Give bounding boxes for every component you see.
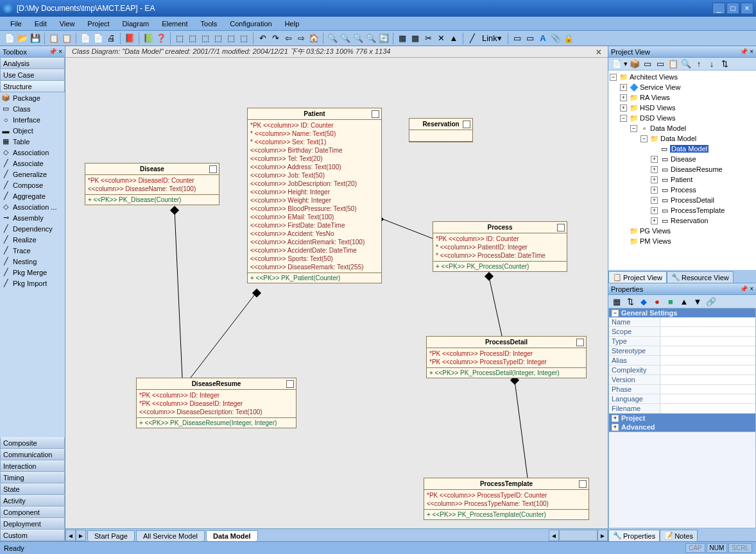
prop-stereotype[interactable]: Stereotype bbox=[609, 346, 755, 356]
tree-service[interactable]: +🔷Service View bbox=[610, 82, 755, 92]
save-icon[interactable]: 💾 bbox=[30, 33, 41, 44]
draw-icon[interactable]: ╱ bbox=[467, 33, 478, 44]
print-icon[interactable]: 🖨 bbox=[105, 33, 117, 44]
prop-square-icon[interactable]: ■ bbox=[665, 296, 676, 307]
minimize-button[interactable]: _ bbox=[712, 3, 725, 14]
tree-patient[interactable]: +▭Patient bbox=[610, 174, 755, 185]
tree-dm-diagram[interactable]: ▭Data Model bbox=[610, 144, 755, 154]
prop-phase[interactable]: Phase bbox=[609, 385, 755, 394]
toolbox-item-realize[interactable]: ╱Realize bbox=[0, 234, 65, 245]
pv-diag-icon[interactable]: ▭ bbox=[642, 58, 653, 70]
pv-sort-icon[interactable]: ⇅ bbox=[719, 58, 730, 70]
toolbox-cat-communication[interactable]: Communication bbox=[0, 449, 65, 460]
home-icon[interactable]: 🏠 bbox=[308, 33, 320, 44]
pin-icon[interactable]: 📌 × bbox=[49, 48, 62, 55]
prop-type[interactable]: Type bbox=[609, 337, 755, 346]
tab-notes[interactable]: 📝Notes bbox=[660, 530, 698, 541]
hscrollbar[interactable] bbox=[559, 530, 597, 541]
toolbox-item-compose[interactable]: ╱Compose bbox=[0, 180, 65, 190]
menu-edit[interactable]: Edit bbox=[30, 19, 52, 29]
tab-next-icon[interactable]: ► bbox=[76, 530, 86, 541]
tree-diseaseresume[interactable]: +▭DiseaseResume bbox=[610, 164, 755, 174]
class-diseaseresume[interactable]: DiseaseResume *PK <<column>> ID: Integer… bbox=[136, 378, 296, 428]
tree-processtemplate[interactable]: +▭ProcessTemplate bbox=[610, 205, 755, 215]
toolbox-cat-timing[interactable]: Timing bbox=[0, 472, 65, 483]
align4-icon[interactable]: ⬚ bbox=[212, 33, 224, 44]
doc-icon[interactable]: 📄 bbox=[80, 33, 91, 44]
menu-tools[interactable]: Tools bbox=[196, 19, 223, 29]
book-icon[interactable]: 📕 bbox=[124, 33, 135, 44]
expand-icon[interactable]: − bbox=[610, 74, 617, 81]
menu-diagram[interactable]: Diagram bbox=[117, 19, 155, 29]
pv-elm-icon[interactable]: ▭ bbox=[655, 58, 666, 70]
zoom-icon[interactable]: 🔍 bbox=[365, 33, 377, 44]
toolbox-item-package[interactable]: 📦Package bbox=[0, 92, 65, 103]
tab-project-view[interactable]: 📋Project View bbox=[608, 271, 667, 283]
menu-configuration[interactable]: Configuration bbox=[225, 19, 277, 29]
paste-icon[interactable]: 📋 bbox=[61, 33, 73, 44]
scroll-right-icon[interactable]: ► bbox=[597, 530, 608, 541]
expand-icon[interactable]: + bbox=[651, 217, 658, 224]
toolbox-item-dependency[interactable]: ╱Dependency bbox=[0, 223, 65, 234]
class-reservation[interactable]: Reservation bbox=[409, 118, 473, 142]
toolbox-cat-structure[interactable]: Structure bbox=[0, 81, 65, 92]
expand-icon[interactable]: + bbox=[651, 197, 658, 204]
tab-startpage[interactable]: Start Page bbox=[87, 530, 135, 541]
toolbox-item-nesting[interactable]: ╱Nesting bbox=[0, 256, 65, 267]
redo-icon[interactable]: ↷ bbox=[270, 33, 281, 44]
expand-icon[interactable]: + bbox=[651, 176, 658, 183]
tab-datamodel[interactable]: Data Model bbox=[206, 530, 258, 541]
prop-sort-icon[interactable]: ⇅ bbox=[624, 296, 636, 307]
toolbox-cat-state[interactable]: State bbox=[0, 483, 65, 495]
menu-help[interactable]: Help bbox=[280, 19, 305, 29]
tree-dsd[interactable]: −📁DSD Views bbox=[610, 113, 755, 123]
open-icon[interactable]: 📂 bbox=[17, 33, 28, 44]
expand-icon[interactable]: + bbox=[651, 166, 658, 173]
pin-icon[interactable]: 📌 × bbox=[740, 285, 753, 292]
prop-scope[interactable]: Scope bbox=[609, 327, 755, 337]
prop-language[interactable]: Language bbox=[609, 394, 755, 404]
maximize-button[interactable]: □ bbox=[726, 3, 739, 14]
menu-file[interactable]: File bbox=[5, 19, 27, 29]
back-icon[interactable]: ⇦ bbox=[282, 33, 294, 44]
prop-section-project[interactable]: +Project bbox=[609, 414, 755, 423]
text-icon[interactable]: A bbox=[537, 33, 549, 44]
prop-filename[interactable]: Filename bbox=[609, 404, 755, 414]
prop-alias[interactable]: Alias bbox=[609, 356, 755, 365]
toolbox-item-association[interactable]: ◇Association bbox=[0, 147, 65, 158]
expand-icon[interactable]: + bbox=[651, 187, 658, 194]
forward-icon[interactable]: ⇨ bbox=[295, 33, 307, 44]
expand-icon[interactable]: − bbox=[630, 125, 637, 132]
toolbox-cat-analysis[interactable]: Analysis bbox=[0, 58, 65, 69]
note2-icon[interactable]: ▭ bbox=[524, 33, 536, 44]
toolbox-cat-usecase[interactable]: Use Case bbox=[0, 69, 65, 81]
toolbox-item-trace[interactable]: ╱Trace bbox=[0, 245, 65, 256]
pv-new-icon[interactable]: 📄 bbox=[611, 58, 623, 70]
expand-icon[interactable]: + bbox=[651, 156, 658, 163]
book2-icon[interactable]: 📗 bbox=[142, 33, 154, 44]
prop-section-general[interactable]: −General Settings bbox=[609, 308, 755, 317]
toolbox-item-assembly[interactable]: ⊸Assembly bbox=[0, 212, 65, 223]
toolbox-item-object[interactable]: ▬Object bbox=[0, 125, 65, 136]
align-icon[interactable]: ⬚ bbox=[174, 33, 185, 44]
toolbox-cat-interaction[interactable]: Interaction bbox=[0, 460, 65, 472]
prop-down-icon[interactable]: ▼ bbox=[692, 296, 703, 307]
zoom-in-icon[interactable]: 🔍 bbox=[327, 33, 338, 44]
doc2-icon[interactable]: 📄 bbox=[92, 33, 104, 44]
menu-project[interactable]: Project bbox=[82, 19, 114, 29]
expand-icon[interactable]: + bbox=[620, 84, 627, 91]
tree-disease[interactable]: +▭Disease bbox=[610, 154, 755, 164]
pv-up-icon[interactable]: ↑ bbox=[693, 58, 705, 70]
lock-icon[interactable]: 🔒 bbox=[563, 33, 574, 44]
toolbox-cat-composite[interactable]: Composite bbox=[0, 437, 65, 449]
tool-icon[interactable]: ✂ bbox=[422, 33, 434, 44]
class-patient[interactable]: Patient *PK <<column>> ID: Counter* <<co… bbox=[247, 108, 382, 283]
expand-icon[interactable]: + bbox=[651, 207, 658, 214]
tree-dm2[interactable]: −📁Data Model bbox=[610, 133, 755, 144]
tree-dm[interactable]: −▫Data Model bbox=[610, 123, 755, 133]
attach-icon[interactable]: 📎 bbox=[550, 33, 562, 44]
grid-icon[interactable]: ▦ bbox=[397, 33, 408, 44]
pin-icon[interactable]: 📌 × bbox=[740, 48, 753, 55]
align3-icon[interactable]: ⬚ bbox=[200, 33, 211, 44]
toolbox-item-association2[interactable]: ◇Association ... bbox=[0, 201, 65, 212]
